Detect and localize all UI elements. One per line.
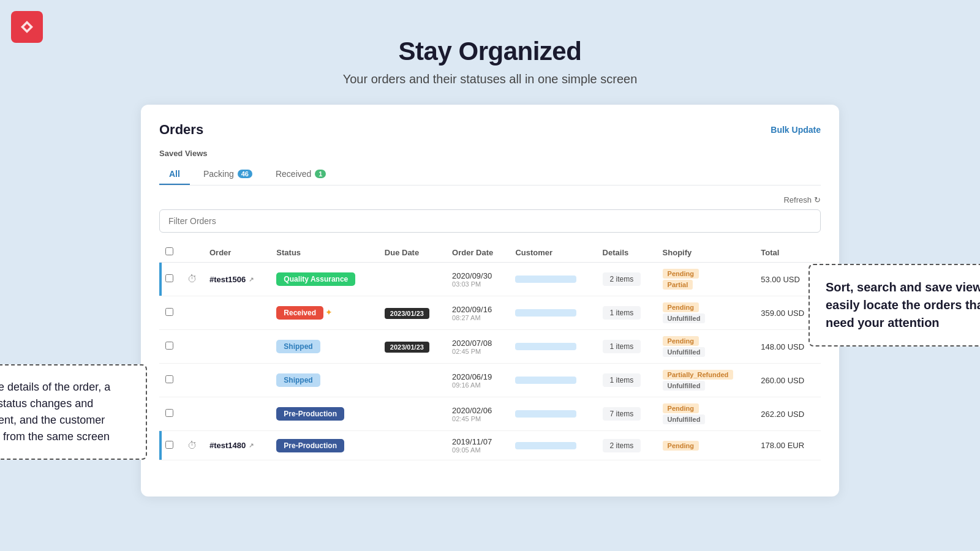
status-badge[interactable]: Pre-Production [276, 439, 344, 452]
row-order-date: 2020/06/1909:16 AM [446, 364, 509, 397]
items-button[interactable]: 1 items [603, 340, 641, 353]
hero-title: Stay Organized [0, 37, 980, 66]
row-due-date [379, 431, 446, 460]
row-shopify: PendingUnfulfilled [657, 397, 755, 431]
row-status: Received✦ [270, 296, 378, 330]
table-row: ⏱#test1480 ↗Pre-Production2019/11/0709:0… [159, 431, 821, 460]
customer-bar [515, 309, 576, 317]
total-value: 178.00 EUR [761, 441, 804, 450]
filter-input[interactable] [159, 209, 821, 233]
refresh-button[interactable]: Refresh ↻ [783, 195, 821, 204]
app-logo[interactable] [11, 11, 43, 43]
row-due-date: 2023/01/23 [379, 330, 446, 364]
th-order: Order [203, 242, 270, 263]
row-order-date: 2020/09/1608:27 AM [446, 296, 509, 330]
tooltip-right: Sort, search and save views to easily lo… [809, 264, 980, 347]
status-badge[interactable]: Pre-Production [276, 407, 344, 421]
items-button[interactable]: 1 items [603, 373, 641, 387]
row-order-date: 2020/09/3003:03 PM [446, 263, 509, 296]
hero-section: Stay Organized Your orders and their sta… [0, 0, 980, 105]
total-value: 260.00 USD [761, 376, 804, 385]
saved-views-label: Saved Views [159, 149, 821, 158]
tooltip-left: Easily view the details of the order, a … [0, 364, 147, 460]
row-status: Pre-Production [270, 397, 378, 431]
received-badge: 1 [315, 170, 326, 178]
row-status: Quality Assurance [270, 263, 378, 296]
table-row: Received✦2023/01/232020/09/1608:27 AM1 i… [159, 296, 821, 330]
th-customer: Customer [509, 242, 596, 263]
shopify-top-badge: Pending [663, 403, 699, 413]
select-all-checkbox[interactable] [165, 247, 173, 255]
total-value: 359.00 USD [761, 309, 804, 318]
status-badge[interactable]: Received [276, 306, 323, 320]
status-badge[interactable]: Shipped [276, 340, 320, 353]
accent-bar [159, 431, 162, 460]
th-details: Details [597, 242, 657, 263]
row-checkbox[interactable] [165, 409, 173, 417]
row-order [203, 296, 270, 330]
tabs-container: All Packing 46 Received 1 [159, 164, 821, 186]
shopify-top-badge: Partially_Refunded [663, 370, 734, 380]
row-status: Pre-Production [270, 431, 378, 460]
row-order-date: 2020/02/0602:45 PM [446, 397, 509, 431]
orders-table: Order Status Due Date Order Date Custome… [159, 242, 821, 460]
th-icon [181, 242, 203, 263]
row-order [203, 397, 270, 431]
shopify-top-badge: Pending [663, 336, 699, 346]
row-customer [509, 397, 596, 431]
shopify-bottom-badge: Unfulfilled [663, 414, 706, 424]
due-date-badge: 2023/01/23 [385, 342, 429, 353]
row-total: 178.00 EUR [755, 431, 821, 460]
row-checkbox[interactable] [165, 441, 173, 449]
clock-icon: ⏱ [187, 440, 197, 451]
row-order-date: 2020/07/0802:45 PM [446, 330, 509, 364]
row-details: 1 items [597, 330, 657, 364]
row-shopify: Partially_RefundedUnfulfilled [657, 364, 755, 397]
row-status: Shipped [270, 364, 378, 397]
row-due-date [379, 364, 446, 397]
due-date-badge: 2023/01/23 [385, 308, 429, 319]
row-checkbox[interactable] [165, 274, 173, 282]
row-details: 2 items [597, 431, 657, 460]
row-checkbox[interactable] [165, 308, 173, 316]
external-link-icon: ↗ [249, 442, 254, 449]
row-icon-cell [181, 330, 203, 364]
row-customer [509, 263, 596, 296]
card-title: Orders [159, 122, 203, 138]
hero-subtitle: Your orders and their statuses all in on… [0, 72, 980, 86]
th-checkbox [159, 242, 181, 263]
row-shopify: PendingPartial [657, 263, 755, 296]
row-order-date: 2019/11/0709:05 AM [446, 431, 509, 460]
th-total: Total [755, 242, 821, 263]
total-value: 262.20 USD [761, 410, 804, 419]
status-badge[interactable]: Shipped [276, 373, 320, 387]
row-checkbox[interactable] [165, 342, 173, 350]
row-order[interactable]: #test1480 ↗ [203, 431, 270, 460]
row-icon-cell: ⏱ [181, 431, 203, 460]
tab-received[interactable]: Received 1 [266, 164, 336, 185]
row-checkbox[interactable] [165, 375, 173, 383]
th-status: Status [270, 242, 378, 263]
th-due-date: Due Date [379, 242, 446, 263]
tab-packing[interactable]: Packing 46 [194, 164, 262, 185]
th-shopify: Shopify [657, 242, 755, 263]
card-wrapper: Orders Bulk Update Saved Views All Packi… [141, 105, 839, 497]
row-shopify: Pending [657, 431, 755, 460]
items-button[interactable]: 1 items [603, 306, 641, 320]
items-button[interactable]: 2 items [603, 272, 641, 286]
status-badge[interactable]: Quality Assurance [276, 272, 355, 286]
row-customer [509, 431, 596, 460]
row-due-date: 2023/01/23 [379, 296, 446, 330]
orders-card: Orders Bulk Update Saved Views All Packi… [141, 105, 839, 497]
row-order[interactable]: #test1506 ↗ [203, 263, 270, 296]
tab-all[interactable]: All [159, 164, 190, 185]
row-due-date [379, 263, 446, 296]
order-link[interactable]: #test1506 ↗ [209, 275, 264, 284]
bulk-update-button[interactable]: Bulk Update [771, 125, 821, 135]
items-button[interactable]: 2 items [603, 439, 641, 452]
total-value: 53.00 USD [761, 275, 800, 284]
items-button[interactable]: 7 items [603, 407, 641, 421]
shopify-bottom-badge: Partial [663, 280, 693, 290]
row-icon-cell [181, 397, 203, 431]
order-link[interactable]: #test1480 ↗ [209, 441, 264, 450]
